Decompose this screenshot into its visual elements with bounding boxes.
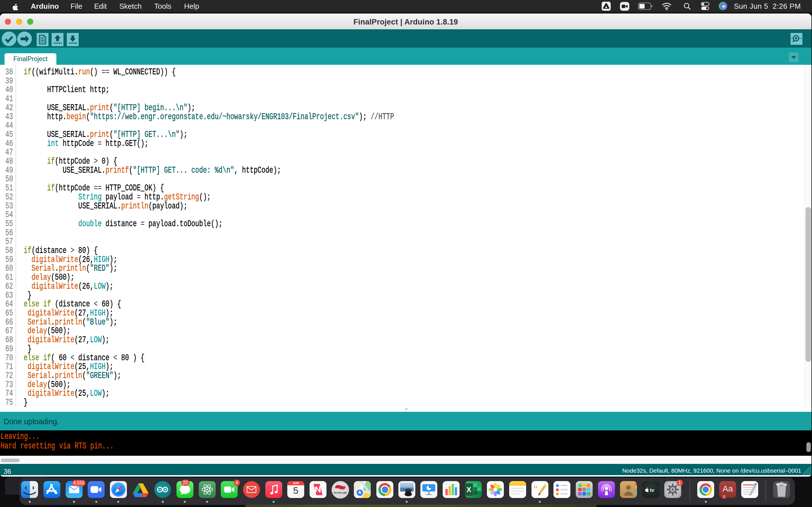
svg-text:tv: tv (650, 488, 654, 493)
